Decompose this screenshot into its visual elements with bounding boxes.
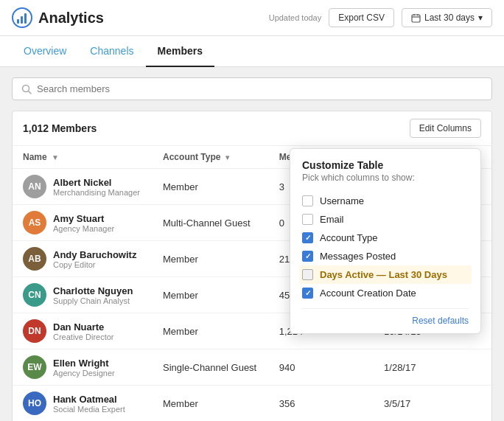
- messages-cell: 356: [269, 386, 374, 422]
- checkbox-account_creation_date[interactable]: [302, 288, 313, 299]
- popup-subtitle: Pick which columns to show:: [302, 173, 469, 183]
- checkbox-username[interactable]: [302, 195, 313, 206]
- table-toolbar: 1,012 Members Edit Columns: [13, 111, 491, 146]
- checkbox-days_active[interactable]: [302, 269, 313, 280]
- member-info: Albert Nickel Merchandising Manager: [53, 177, 140, 197]
- popup-item-username[interactable]: Username: [302, 192, 469, 210]
- checkbox-email[interactable]: [302, 214, 313, 225]
- svg-rect-4: [412, 15, 420, 22]
- checkbox-messages_posted[interactable]: [302, 251, 313, 262]
- avatar: AS: [23, 211, 46, 234]
- member-name: Hank Oatmeal: [53, 394, 125, 405]
- popup-item-email[interactable]: Email: [302, 210, 469, 229]
- popup-item-label-messages_posted: Messages Posted: [320, 251, 396, 262]
- member-info: Amy Stuart Agency Manager: [53, 213, 114, 233]
- popup-item-label-email: Email: [320, 214, 344, 225]
- member-name-cell: AB Andy Baruchowitz Copy Editor: [13, 241, 153, 277]
- search-input[interactable]: [37, 83, 483, 94]
- svg-line-9: [29, 91, 32, 94]
- avatar: EW: [23, 355, 46, 379]
- member-info: Dan Nuarte Creative Director: [53, 321, 114, 341]
- member-role: Copy Editor: [53, 260, 136, 269]
- popup-item-days_active[interactable]: Days Active — Last 30 Days: [299, 265, 472, 284]
- popup-item-account_type[interactable]: Account Type: [302, 229, 469, 247]
- member-role: Agency Designer: [53, 369, 115, 377]
- member-name: Ellen Wright: [53, 358, 115, 369]
- member-name: Amy Stuart: [53, 213, 114, 224]
- member-info: Ellen Wright Agency Designer: [53, 358, 115, 377]
- analytics-logo-icon: [12, 7, 32, 28]
- member-role: Agency Manager: [53, 224, 114, 233]
- member-name: Dan Nuarte: [53, 321, 114, 333]
- date-range-button[interactable]: Last 30 days ▾: [402, 8, 492, 27]
- member-role: Creative Director: [53, 333, 114, 341]
- updated-label: Updated today: [269, 13, 322, 22]
- account-type-cell: Member: [153, 313, 269, 349]
- member-name-cell: DN Dan Nuarte Creative Director: [13, 313, 153, 349]
- popup-item-label-account_type: Account Type: [320, 232, 378, 243]
- table-row: HO Hank Oatmeal Social Media Expert Memb…: [13, 386, 491, 422]
- avatar: AN: [23, 175, 46, 198]
- account-type-cell: Multi-Channel Guest: [153, 205, 269, 241]
- popup-item-label-days_active: Days Active — Last 30 Days: [320, 269, 447, 280]
- popup-item-account_creation_date[interactable]: Account Creation Date: [302, 284, 469, 302]
- popup-item-label-username: Username: [320, 195, 364, 206]
- popup-footer: Reset defaults: [302, 315, 469, 326]
- popup-item-messages_posted[interactable]: Messages Posted: [302, 247, 469, 265]
- account-type-cell: Member: [153, 277, 269, 313]
- account-type-cell: Member: [153, 241, 269, 277]
- date-cell: 1/28/17: [374, 349, 491, 386]
- messages-cell: 940: [269, 349, 374, 386]
- popup-title: Customize Table: [302, 159, 469, 171]
- avatar: AB: [23, 247, 46, 271]
- member-name-cell: AN Albert Nickel Merchandising Manager: [13, 169, 153, 205]
- member-info: Hank Oatmeal Social Media Expert: [53, 394, 125, 414]
- popup-divider: [302, 308, 469, 309]
- member-name-cell: EW Ellen Wright Agency Designer: [13, 349, 153, 386]
- avatar: CN: [23, 283, 46, 307]
- member-name: Andy Baruchowitz: [53, 249, 136, 260]
- account-type-cell: Member: [153, 169, 269, 205]
- account-type-cell: Member: [153, 386, 269, 422]
- member-name-cell: HO Hank Oatmeal Social Media Expert: [13, 386, 153, 422]
- member-role: Supply Chain Analyst: [53, 296, 133, 305]
- member-role: Social Media Expert: [53, 405, 125, 414]
- checkbox-account_type[interactable]: [302, 232, 313, 243]
- col-name[interactable]: Name ▼: [13, 146, 153, 169]
- search-icon: [21, 84, 32, 94]
- member-name: Charlotte Nguyen: [53, 285, 133, 296]
- member-role: Merchandising Manager: [53, 188, 140, 197]
- date-range-label: Last 30 days: [424, 13, 475, 23]
- avatar: DN: [23, 319, 46, 343]
- table-row: EW Ellen Wright Agency Designer Single-C…: [13, 349, 491, 386]
- popup-items: Username Email Account Type Messages Pos…: [302, 192, 469, 302]
- header-left: Analytics: [12, 7, 104, 28]
- sort-icon-account: ▾: [225, 153, 229, 161]
- member-info: Andy Baruchowitz Copy Editor: [53, 249, 136, 269]
- member-name-cell: CN Charlotte Nguyen Supply Chain Analyst: [13, 277, 153, 313]
- tab-channels[interactable]: Channels: [78, 36, 145, 67]
- member-name: Albert Nickel: [53, 177, 140, 188]
- members-count: 1,012 Members: [23, 122, 97, 134]
- popup-item-label-account_creation_date: Account Creation Date: [320, 288, 416, 299]
- chevron-down-icon: ▾: [478, 13, 483, 23]
- main-content: 1,012 Members Edit Columns Name ▼ Accoun…: [0, 67, 504, 421]
- app-header: Analytics Updated today Export CSV Last …: [0, 0, 504, 36]
- tabs-bar: Overview Channels Members: [0, 36, 504, 67]
- edit-columns-button[interactable]: Edit Columns: [410, 119, 481, 138]
- date-cell: 3/5/17: [374, 386, 491, 422]
- members-table-container: 1,012 Members Edit Columns Name ▼ Accoun…: [12, 111, 492, 421]
- member-info: Charlotte Nguyen Supply Chain Analyst: [53, 285, 133, 305]
- account-type-cell: Single-Channel Guest: [153, 349, 269, 386]
- col-account-type[interactable]: Account Type ▾: [153, 146, 269, 169]
- tab-overview[interactable]: Overview: [12, 36, 78, 67]
- search-box[interactable]: [12, 77, 492, 100]
- reset-defaults-link[interactable]: Reset defaults: [412, 316, 469, 326]
- export-csv-button[interactable]: Export CSV: [329, 8, 394, 27]
- member-name-cell: AS Amy Stuart Agency Manager: [13, 205, 153, 241]
- tab-members[interactable]: Members: [146, 36, 214, 67]
- customize-table-popup: Customize Table Pick which columns to sh…: [290, 148, 481, 334]
- svg-rect-2: [21, 16, 23, 24]
- header-right: Updated today Export CSV Last 30 days ▾: [269, 8, 492, 27]
- app-title: Analytics: [38, 10, 104, 27]
